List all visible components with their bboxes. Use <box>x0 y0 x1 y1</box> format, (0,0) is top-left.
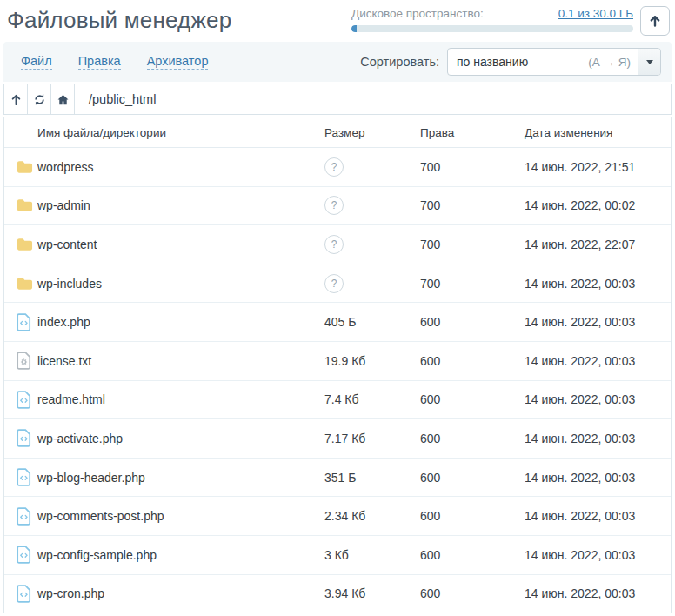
sort-direction: (А → Я) <box>588 56 638 69</box>
menu-bar: Файл Правка Архиватор Сортировать: по на… <box>3 42 672 82</box>
file-date: 14 июн. 2022, 00:03 <box>525 586 671 600</box>
file-icon <box>17 468 37 486</box>
menu-item-archiver[interactable]: Архиватор <box>147 54 209 70</box>
column-header-name: Имя файла/директории <box>37 126 324 139</box>
file-permissions: 600 <box>420 509 525 523</box>
table-row[interactable]: wp-blog-header.php 351 Б 600 14 июн. 202… <box>4 459 671 498</box>
sort-label: Сортировать: <box>360 55 439 69</box>
file-date: 14 июн. 2022, 00:03 <box>525 315 671 329</box>
file-manager-page: Файловый менеджер Дисковое пространство:… <box>0 0 675 613</box>
size-unknown-badge[interactable]: ? <box>324 235 344 254</box>
file-size: 405 Б <box>324 315 420 329</box>
file-permissions: 600 <box>420 315 525 329</box>
path-toolbar: /public_html <box>3 84 672 115</box>
menu-item-edit[interactable]: Правка <box>78 54 121 70</box>
file-permissions: 600 <box>420 586 525 600</box>
file-permissions: 600 <box>420 354 525 368</box>
sort-selected-value: по названию <box>448 55 528 69</box>
file-size: 7.4 Кб <box>324 392 420 406</box>
file-size: 7.17 Кб <box>324 432 420 445</box>
column-header-date: Дата изменения <box>525 126 671 139</box>
home-icon <box>57 93 70 106</box>
sort-widget: Сортировать: по названию (А → Я) <box>360 48 661 76</box>
size-unknown-badge[interactable]: ? <box>324 196 344 215</box>
column-header-permissions: Права <box>420 126 525 139</box>
table-row[interactable]: wp-config-sample.php 3 Кб 600 14 июн. 20… <box>4 536 671 575</box>
file-date: 14 июн. 2022, 00:03 <box>525 509 671 523</box>
file-table: Имя файла/директории Размер Права Дата и… <box>3 117 672 613</box>
file-size: ? <box>324 235 420 254</box>
file-name[interactable]: wp-config-sample.php <box>37 548 324 562</box>
file-date: 14 июн. 2022, 00:03 <box>525 392 671 406</box>
disk-usage-fill <box>351 25 357 32</box>
table-row[interactable]: wp-content ? 700 14 июн. 2022, 22:07 <box>4 225 671 264</box>
file-date: 14 июн. 2022, 21:51 <box>525 160 671 174</box>
page-title: Файловый менеджер <box>7 5 351 35</box>
table-row[interactable]: wp-cron.php 3.94 Кб 600 14 июн. 2022, 00… <box>4 575 671 614</box>
file-name[interactable]: wp-includes <box>37 277 324 291</box>
file-permissions: 700 <box>420 238 525 251</box>
refresh-button[interactable] <box>28 84 51 114</box>
chevron-down-icon <box>646 60 653 64</box>
file-name[interactable]: wp-activate.php <box>37 432 324 445</box>
file-date: 14 июн. 2022, 00:03 <box>525 432 671 445</box>
file-size: 3 Кб <box>324 548 420 562</box>
file-name[interactable]: wp-admin <box>37 198 324 212</box>
folder-icon <box>17 277 37 291</box>
table-row[interactable]: wp-comments-post.php 2.34 Кб 600 14 июн.… <box>4 497 671 536</box>
table-row[interactable]: license.txt 19.9 Кб 600 14 июн. 2022, 00… <box>4 342 671 381</box>
file-date: 14 июн. 2022, 00:03 <box>525 354 671 368</box>
file-date: 14 июн. 2022, 00:03 <box>525 471 671 485</box>
current-path[interactable]: /public_html <box>75 92 156 106</box>
folder-icon <box>17 160 37 174</box>
file-date: 14 июн. 2022, 00:03 <box>525 548 671 562</box>
table-header: Имя файла/директории Размер Права Дата и… <box>4 117 671 148</box>
file-date: 14 июн. 2022, 00:03 <box>525 277 671 291</box>
file-size: ? <box>324 196 420 215</box>
file-table-body: wordpress ? 700 14 июн. 2022, 21:51 wp-a… <box>4 148 671 613</box>
table-row[interactable]: index.php 405 Б 600 14 июн. 2022, 00:03 <box>4 303 671 342</box>
file-size: ? <box>324 157 420 177</box>
file-name[interactable]: wp-cron.php <box>37 586 324 600</box>
file-icon <box>17 546 37 564</box>
home-button[interactable] <box>51 84 75 114</box>
file-icon <box>17 429 37 447</box>
refresh-icon <box>33 93 46 106</box>
file-permissions: 600 <box>420 432 525 445</box>
menu-item-file[interactable]: Файл <box>21 54 52 70</box>
file-icon <box>17 313 37 331</box>
table-row[interactable]: wp-admin ? 700 14 июн. 2022, 00:02 <box>4 187 671 226</box>
file-name[interactable]: wordpress <box>37 160 324 174</box>
file-icon <box>17 507 37 526</box>
sort-dropdown-button[interactable] <box>638 49 660 75</box>
file-icon <box>17 585 37 603</box>
table-row[interactable]: wp-activate.php 7.17 Кб 600 14 июн. 2022… <box>4 419 671 459</box>
file-icon <box>17 391 37 409</box>
table-row[interactable]: wordpress ? 700 14 июн. 2022, 21:51 <box>4 148 671 187</box>
file-name[interactable]: index.php <box>37 315 324 329</box>
table-row[interactable]: readme.html 7.4 Кб 600 14 июн. 2022, 00:… <box>4 381 671 420</box>
file-name[interactable]: wp-blog-header.php <box>37 471 324 485</box>
go-up-button[interactable] <box>4 84 28 114</box>
arrow-up-icon <box>10 93 23 106</box>
upload-button[interactable] <box>640 6 670 36</box>
sort-select[interactable]: по названию (А → Я) <box>447 48 661 76</box>
file-permissions: 600 <box>420 548 525 562</box>
file-permissions: 600 <box>420 471 525 485</box>
size-unknown-badge[interactable]: ? <box>324 274 344 293</box>
size-unknown-badge[interactable]: ? <box>324 157 344 177</box>
file-date: 14 июн. 2022, 22:07 <box>525 238 671 251</box>
file-name[interactable]: license.txt <box>37 354 324 368</box>
file-name[interactable]: wp-content <box>37 238 324 251</box>
upload-arrow-icon <box>648 14 662 28</box>
file-name[interactable]: wp-comments-post.php <box>37 509 324 523</box>
disk-space-label: Дисковое пространство: <box>351 7 484 20</box>
file-size: 3.94 Кб <box>324 586 420 600</box>
file-name[interactable]: readme.html <box>37 392 324 406</box>
disk-usage-progressbar <box>351 25 633 32</box>
disk-space-widget: Дисковое пространство: 0.1 из 30.0 ГБ <box>351 7 633 32</box>
file-size: 351 Б <box>324 471 420 485</box>
folder-icon <box>17 198 37 212</box>
disk-space-link[interactable]: 0.1 из 30.0 ГБ <box>558 7 633 20</box>
table-row[interactable]: wp-includes ? 700 14 июн. 2022, 00:03 <box>4 264 671 304</box>
